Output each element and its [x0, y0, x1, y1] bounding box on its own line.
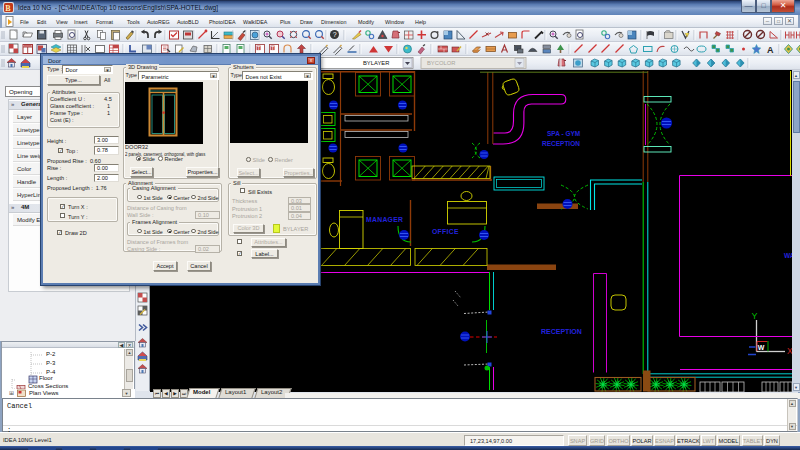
svg-text:BYLAYER: BYLAYER	[363, 60, 389, 66]
svg-text:B: B	[5, 4, 11, 13]
svg-text:SPA - GYM: SPA - GYM	[547, 130, 580, 137]
svg-text:MANAGER: MANAGER	[366, 216, 403, 223]
svg-text:?: ?	[333, 31, 337, 38]
svg-text:WAI: WAI	[784, 252, 792, 259]
svg-text:RECEPTION: RECEPTION	[541, 328, 582, 335]
svg-text:BYCOLOR: BYCOLOR	[427, 60, 455, 66]
svg-text:W: W	[758, 344, 765, 351]
svg-text:Y: Y	[752, 311, 758, 321]
svg-text:A: A	[767, 45, 774, 55]
svg-text:RECEPTION: RECEPTION	[542, 140, 580, 147]
svg-text:OFFICE: OFFICE	[432, 228, 459, 235]
